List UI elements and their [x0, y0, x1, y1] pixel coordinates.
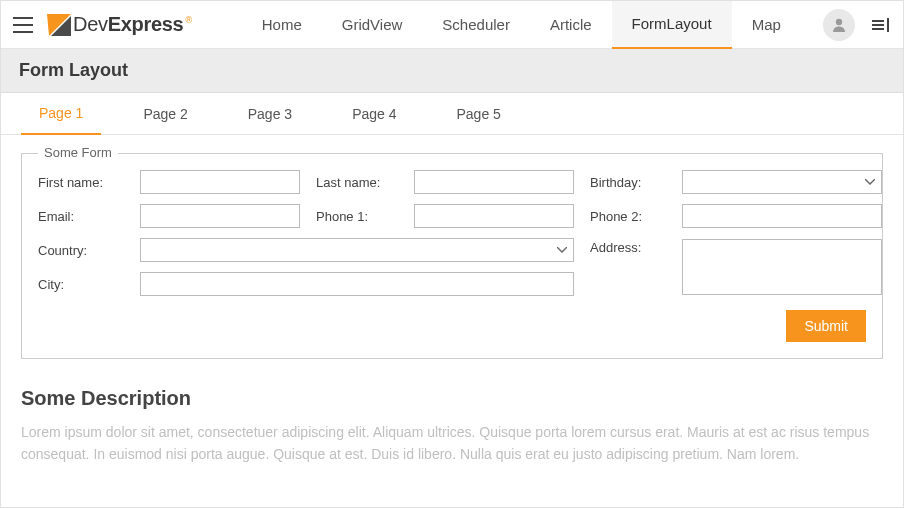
nav-item-formlayout[interactable]: FormLayout [612, 1, 732, 49]
nav-item-article[interactable]: Article [530, 1, 612, 49]
birthday-dropdown[interactable] [682, 170, 882, 194]
hamburger-icon [13, 17, 33, 33]
brand-icon [47, 14, 71, 36]
nav-item-gridview[interactable]: GridView [322, 1, 423, 49]
form-grid: First name: Last name: Birthday: Email: … [38, 170, 866, 296]
nav-item-map[interactable]: Map [732, 1, 801, 49]
main-nav: Home GridView Scheduler Article FormLayo… [242, 1, 801, 49]
description-body: Lorem ipsum dolor sit amet, consectetuer… [21, 422, 883, 465]
tab-page-2[interactable]: Page 2 [125, 93, 205, 135]
label-last-name: Last name: [316, 175, 398, 190]
page-tabs: Page 1 Page 2 Page 3 Page 4 Page 5 [1, 93, 903, 135]
form-fieldset: Some Form First name: Last name: Birthda… [21, 153, 883, 359]
menu-toggle-button[interactable] [9, 11, 37, 39]
user-avatar-button[interactable] [823, 9, 855, 41]
submit-button[interactable]: Submit [786, 310, 866, 342]
form-actions: Submit [38, 310, 866, 342]
description-heading: Some Description [21, 387, 883, 410]
nav-item-home[interactable]: Home [242, 1, 322, 49]
chevron-down-icon [865, 179, 875, 185]
last-name-field[interactable] [414, 170, 574, 194]
page-title-bar: Form Layout [1, 49, 903, 93]
label-first-name: First name: [38, 175, 124, 190]
tab-page-5[interactable]: Page 5 [439, 93, 519, 135]
collapse-panel-button[interactable] [867, 11, 895, 39]
label-phone1: Phone 1: [316, 209, 398, 224]
label-phone2: Phone 2: [590, 209, 666, 224]
country-dropdown[interactable] [140, 238, 574, 262]
top-bar: DevExpress® Home GridView Scheduler Arti… [1, 1, 903, 49]
label-email: Email: [38, 209, 124, 224]
svg-point-2 [836, 18, 842, 24]
phone2-field[interactable] [682, 204, 882, 228]
label-address: Address: [590, 238, 666, 255]
brand-logo[interactable]: DevExpress® [47, 13, 192, 36]
city-field[interactable] [140, 272, 574, 296]
brand-text: DevExpress® [73, 13, 192, 36]
form-legend: Some Form [38, 145, 118, 160]
collapse-icon [872, 18, 890, 32]
email-field[interactable] [140, 204, 300, 228]
first-name-field[interactable] [140, 170, 300, 194]
label-birthday: Birthday: [590, 175, 666, 190]
label-city: City: [38, 277, 124, 292]
user-icon [831, 17, 847, 33]
nav-item-scheduler[interactable]: Scheduler [422, 1, 530, 49]
chevron-down-icon [557, 247, 567, 253]
topbar-actions [823, 9, 895, 41]
content-area: Some Form First name: Last name: Birthda… [1, 135, 903, 483]
label-country: Country: [38, 243, 124, 258]
address-field[interactable] [682, 239, 882, 295]
phone1-field[interactable] [414, 204, 574, 228]
page-title: Form Layout [19, 60, 128, 81]
tab-page-3[interactable]: Page 3 [230, 93, 310, 135]
tab-page-4[interactable]: Page 4 [334, 93, 414, 135]
tab-page-1[interactable]: Page 1 [21, 93, 101, 135]
